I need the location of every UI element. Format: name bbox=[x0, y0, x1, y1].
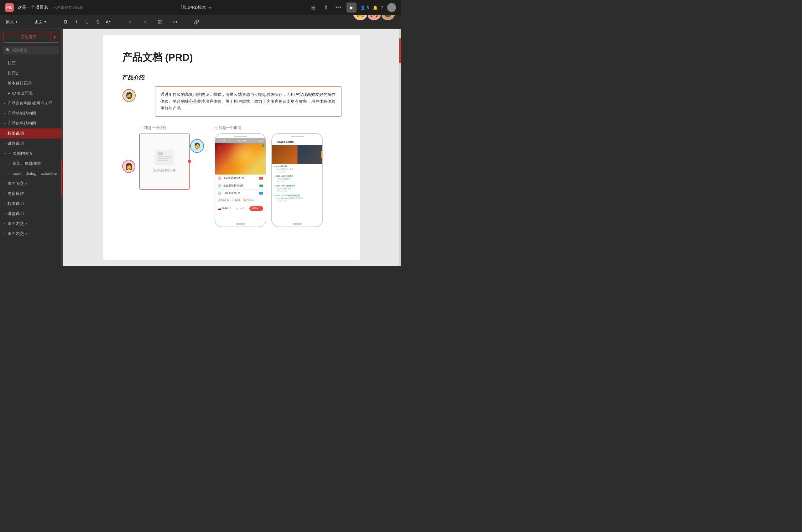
phone1-status: AT&T ✦ 9:41AM 83% bbox=[215, 138, 266, 143]
sidebar-nav: ▫ 封面 ▫ 封面2 ▫ 版本修订记录 ▫ PRD输出环境 ▪ 产品定位和目标用… bbox=[0, 57, 62, 266]
folder-icon: ▪ bbox=[4, 111, 5, 116]
main-layout: 添加页面 ▼ 🔍 ▫ 封面 ▫ 封面2 ▫ 版本修订记录 ▫ PRD输出环境 bbox=[0, 29, 401, 266]
sidebar-item-cover[interactable]: ▫ 封面 bbox=[0, 58, 62, 68]
folder-icon: ▪ bbox=[4, 101, 5, 106]
nav-label: 权限说明 bbox=[7, 131, 24, 136]
nav-label: 页面内交互 bbox=[13, 151, 33, 156]
list-ordered-button[interactable]: ≡ bbox=[126, 18, 134, 26]
bold-button[interactable]: B bbox=[61, 18, 70, 26]
sidebar-item-toast-dialog[interactable]: ▫ toast、dialog、actionbar bbox=[0, 169, 62, 178]
screen-icon[interactable]: ⊞ bbox=[309, 3, 318, 12]
sidebar-item-permission[interactable]: ▫ 权限说明 › bbox=[0, 129, 62, 138]
scrollbar-thumb[interactable] bbox=[61, 159, 62, 195]
exit-icon: ⇥ bbox=[208, 5, 211, 10]
sidebar-item-info-structure[interactable]: ▪ 产品信息结构图 bbox=[0, 118, 62, 129]
schedule-item-1: ✓ 1.8 出行计划 ─彩台湾新中心 餐馆 ─早上10点 bbox=[274, 165, 321, 173]
schedule-item-3: ✓ 2017.12.00 妈妈的生日 ─妈妈和老爸 餐馆 ─早上9:05:30 bbox=[274, 185, 321, 192]
bottom-price: 807.37起 bbox=[236, 207, 244, 210]
toolbar-separator bbox=[26, 19, 26, 25]
nav-label: 页面内交互 bbox=[7, 231, 28, 236]
scrollbar-track bbox=[61, 29, 62, 266]
folder-icon: ▪ bbox=[4, 231, 5, 236]
page-icon: ▫ bbox=[4, 182, 5, 186]
align-button[interactable]: ≡ ▼ bbox=[171, 18, 179, 26]
phone1-hero bbox=[215, 143, 266, 174]
list-unordered-button[interactable]: ≡ bbox=[141, 18, 149, 26]
page-icon: ▫ bbox=[4, 191, 5, 196]
bottom-left: 🚗 自由出行 bbox=[218, 207, 231, 210]
confirm-btn: 确认餐厅 bbox=[249, 206, 263, 211]
toolbar-separator-2 bbox=[55, 19, 55, 25]
underline-button[interactable]: U bbox=[83, 18, 92, 26]
sidebar-item-header-footer[interactable]: ▫ 顶部、底部弹窗 bbox=[0, 158, 62, 169]
sidebar-item-more-ops[interactable]: ▫ 更多操作 bbox=[0, 189, 62, 198]
add-page-label: 添加页面 bbox=[6, 35, 50, 40]
svg-rect-1 bbox=[158, 156, 171, 157]
phone-notch-2 bbox=[291, 136, 304, 137]
section-title: 产品介绍 bbox=[122, 74, 342, 81]
nav-label: 更多操作 bbox=[7, 191, 24, 196]
phone2-hero bbox=[272, 145, 322, 164]
sidebar-item-permission2[interactable]: ▫ 权限说明 bbox=[0, 198, 62, 209]
list-item-text: 圣诞派对-城市狂欢 bbox=[223, 177, 257, 180]
page-icon: ▫ bbox=[9, 162, 10, 166]
nav-label: 版本修订记录 bbox=[7, 80, 32, 86]
phone-mockup-1: AT&T ✦ 9:41AM 83% bbox=[215, 133, 266, 227]
sidebar-item-positioning[interactable]: ▪ 产品定位和目标用户人群 bbox=[0, 98, 62, 109]
folder-icon: ▪ bbox=[4, 121, 5, 126]
list-icon bbox=[218, 191, 222, 195]
document: 产品文档 (PRD) 产品介绍 🧔 通过组件级的高复用性的设计模式，海量云端资源… bbox=[103, 35, 360, 260]
component-box[interactable]: 双击选择组件 bbox=[139, 133, 190, 190]
nav-label: PRD输出环境 bbox=[7, 91, 32, 96]
notif-count: 🔔 12 bbox=[373, 5, 383, 10]
phone-mockup-2: 一订会议酒店和餐厅 bbox=[271, 133, 323, 227]
sidebar-item-keyboard2[interactable]: ▫ 键盘说明 bbox=[0, 209, 62, 219]
link-button[interactable]: 🔗 bbox=[192, 18, 201, 26]
add-page-button[interactable]: 添加页面 ▼ bbox=[3, 32, 59, 43]
exit-prd-button[interactable]: 退出PRD模式 ⇥ bbox=[181, 5, 211, 10]
sidebar-item-page-interaction[interactable]: ─ ▪ 页面内交互 bbox=[0, 149, 62, 158]
sidebar-item-prd-output[interactable]: ▫ PRD输出环境 bbox=[0, 88, 62, 98]
sidebar-item-page-interaction2[interactable]: ▪ 页面内交互 bbox=[0, 219, 62, 229]
schedule-item-4: ✓ 2017.12.20 Yuke的学校活动 ─Yuke和Jobin的校运会普通… bbox=[274, 194, 321, 202]
toolbar: 插入 ▼ 正文 ▼ B I U S A ▼ ≡ ≡ ☑ ≡ ▼ 🔗 🧑 👩 🧔 bbox=[0, 15, 401, 29]
component-text: 双击选择组件 bbox=[153, 168, 176, 173]
checkbox-button[interactable]: ☑ bbox=[156, 18, 165, 26]
share-icon[interactable]: ⇧ bbox=[321, 3, 330, 12]
sidebar-item-revision[interactable]: ▫ 版本修订记录 bbox=[0, 78, 62, 88]
schedule-item-2: ✓ 2017.12.25 圣诞派对 ─圣诞树装扮宴会 ─早上9:05:30 bbox=[274, 175, 321, 183]
insert-button[interactable]: 插入 ▼ bbox=[4, 18, 20, 26]
page-icon: ▫ bbox=[4, 71, 5, 76]
color-button[interactable]: A ▼ bbox=[104, 18, 113, 26]
arrow-icon: › bbox=[58, 132, 59, 135]
sidebar-item-func-structure[interactable]: ▪ 产品功能结构图 bbox=[0, 109, 62, 118]
italic-button[interactable]: I bbox=[72, 18, 81, 26]
sidebar-item-keyboard[interactable]: ▫ 键盘说明 bbox=[0, 138, 62, 149]
component-icon bbox=[155, 150, 174, 166]
content-scrollbar-thumb[interactable] bbox=[399, 38, 401, 63]
more-icon[interactable]: ••• bbox=[334, 3, 343, 12]
comment-block: 通过组件级的高复用性的设计模式，海量云端资源与云端毫秒级保存，为用户实现高效友好… bbox=[155, 87, 342, 117]
phone1-list-item-1: 圣诞派对-城市狂欢 ▲ bbox=[215, 174, 266, 182]
strikethrough-button[interactable]: S bbox=[93, 18, 102, 26]
format-buttons: B I U S A ▼ bbox=[61, 18, 113, 26]
phone1-list: 圣诞派对-城市狂欢 ▲ 圣诞展厅豪华路线 ⌂ bbox=[215, 174, 266, 204]
content-area[interactable]: 产品文档 (PRD) 产品介绍 🧔 通过组件级的高复用性的设计模式，海量云端资源… bbox=[63, 29, 401, 266]
sidebar-item-page-interaction3[interactable]: ▪ 页面内交互 bbox=[0, 229, 62, 239]
phone1-list-item-3: 日落大道 No.11 ✓ bbox=[215, 190, 266, 197]
page-icon: ▫ bbox=[4, 91, 5, 96]
connector-avatar: 🧑‍💼 bbox=[190, 139, 204, 153]
phone-mockups: AT&T ✦ 9:41AM 83% bbox=[215, 133, 323, 227]
play-button[interactable]: ▶ bbox=[346, 2, 357, 13]
nav-label: 封面 bbox=[7, 60, 16, 66]
app-logo: PIU bbox=[5, 3, 14, 12]
comment-text: 通过组件级的高复用性的设计模式，海量云端资源与云端毫秒级保存，为用户实现高效友好… bbox=[160, 91, 336, 112]
sidebar-item-page-nav[interactable]: ▫ 页面间交互 bbox=[0, 178, 62, 189]
toolbar-separator-3 bbox=[119, 19, 119, 25]
sidebar-item-cover2[interactable]: ▫ 封面2 bbox=[0, 68, 62, 78]
text-style-dropdown[interactable]: 正文 ▼ bbox=[33, 18, 49, 26]
search-box: 🔍 bbox=[3, 46, 59, 55]
user-avatar[interactable] bbox=[387, 3, 396, 12]
content-scrollbar[interactable] bbox=[399, 29, 401, 266]
search-input[interactable] bbox=[12, 48, 57, 52]
